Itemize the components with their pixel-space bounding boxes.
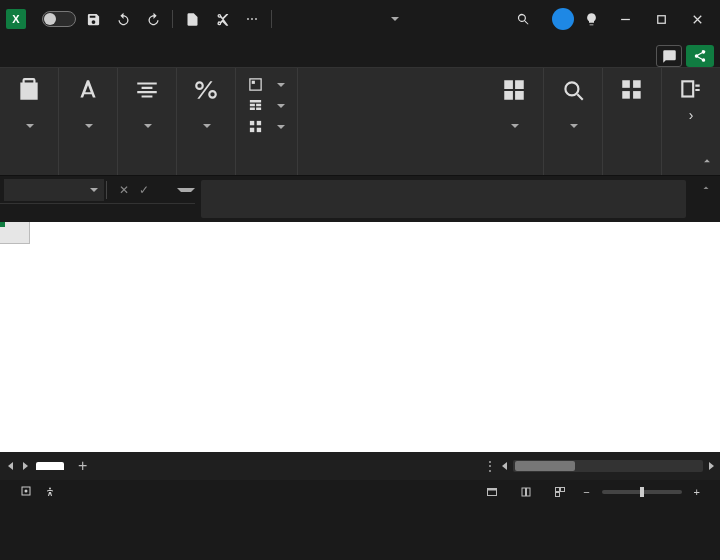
page-break-view-icon[interactable] <box>549 484 571 500</box>
enter-formula-icon[interactable]: ✓ <box>135 183 153 197</box>
minimize-button[interactable] <box>608 6 642 32</box>
styles-group <box>236 68 298 175</box>
overflow-icon <box>676 76 706 104</box>
sheet-tab-active[interactable] <box>36 462 64 470</box>
sheet-tab-bar: + ⋮ <box>0 452 720 480</box>
alignment-button[interactable] <box>128 74 166 134</box>
svg-rect-5 <box>257 121 261 125</box>
horizontal-scrollbar[interactable] <box>513 460 703 472</box>
styles-group-label <box>246 137 287 151</box>
qa-export-icon[interactable] <box>179 6 205 32</box>
share-button[interactable] <box>686 45 714 67</box>
zoom-out-button[interactable]: − <box>583 486 589 498</box>
svg-rect-23 <box>556 493 560 497</box>
autosave-toggle[interactable] <box>42 11 76 27</box>
macro-record-icon[interactable] <box>20 485 32 499</box>
svg-point-16 <box>49 488 51 490</box>
zoom-in-button[interactable]: + <box>694 486 700 498</box>
chevron-down-icon[interactable] <box>177 188 195 196</box>
svg-rect-18 <box>488 489 497 491</box>
scroll-left-icon[interactable] <box>502 462 507 470</box>
addins-button[interactable] <box>613 74 651 110</box>
more-qat-icon[interactable]: ⋯ <box>239 6 265 32</box>
font-button[interactable] <box>69 74 107 134</box>
sheet-options-icon[interactable]: ⋮ <box>484 459 496 473</box>
format-as-table-button[interactable] <box>246 95 287 116</box>
svg-rect-2 <box>250 79 261 90</box>
scroll-right-icon[interactable] <box>709 462 714 470</box>
accessibility-status[interactable] <box>44 486 60 498</box>
svg-rect-3 <box>252 81 255 84</box>
svg-rect-13 <box>682 81 693 96</box>
svg-rect-4 <box>250 121 254 125</box>
redo-icon[interactable] <box>140 6 166 32</box>
ribbon-overflow-button[interactable]: › <box>672 74 710 125</box>
sheet-nav-prev[interactable] <box>6 459 15 473</box>
cells-button[interactable] <box>495 74 533 134</box>
save-icon[interactable] <box>80 6 106 32</box>
svg-rect-10 <box>633 80 641 88</box>
name-box[interactable] <box>4 179 104 201</box>
clipboard-button[interactable] <box>10 74 48 134</box>
user-avatar[interactable] <box>552 8 574 30</box>
ribbon: › <box>0 68 720 176</box>
addins-icon <box>617 76 647 104</box>
svg-rect-21 <box>556 488 560 492</box>
chevron-down-icon[interactable] <box>90 188 98 196</box>
svg-point-8 <box>565 82 578 95</box>
svg-rect-12 <box>633 91 641 99</box>
collapse-ribbon-icon[interactable] <box>700 154 714 171</box>
number-button[interactable] <box>187 74 225 134</box>
svg-rect-7 <box>257 128 261 132</box>
editing-icon <box>558 76 588 104</box>
conditional-formatting-button[interactable] <box>246 74 287 95</box>
zoom-slider[interactable] <box>602 490 682 494</box>
add-sheet-button[interactable]: + <box>70 457 95 475</box>
svg-rect-6 <box>250 128 254 132</box>
svg-rect-1 <box>657 15 665 23</box>
spreadsheet-grid[interactable] <box>0 222 720 452</box>
number-icon <box>191 76 221 104</box>
svg-rect-9 <box>622 80 630 88</box>
autosave-control[interactable] <box>36 11 76 27</box>
clipboard-icon <box>14 76 44 104</box>
chevron-down-icon[interactable] <box>391 17 399 25</box>
comments-icon[interactable] <box>656 45 682 67</box>
lightbulb-icon[interactable] <box>578 6 604 32</box>
editing-button[interactable] <box>554 74 592 134</box>
normal-view-icon[interactable] <box>481 484 503 500</box>
svg-rect-20 <box>527 488 531 496</box>
cancel-formula-icon[interactable]: ✕ <box>115 183 133 197</box>
title-bar: X ⋯ <box>0 0 720 38</box>
formula-bar-area: ✕ ✓ <box>0 176 720 222</box>
page-layout-view-icon[interactable] <box>515 484 537 500</box>
font-icon <box>73 76 103 104</box>
maximize-button[interactable] <box>644 6 678 32</box>
ribbon-tabs <box>0 38 720 68</box>
undo-icon[interactable] <box>110 6 136 32</box>
svg-rect-19 <box>522 488 526 496</box>
sheet-nav-next[interactable] <box>21 459 30 473</box>
search-icon[interactable] <box>510 6 536 32</box>
status-bar: − + <box>0 480 720 504</box>
svg-point-15 <box>25 490 28 493</box>
expand-formula-bar-icon[interactable] <box>692 176 720 203</box>
close-button[interactable] <box>680 6 714 32</box>
excel-icon: X <box>6 9 26 29</box>
select-all-corner[interactable] <box>0 222 30 244</box>
svg-rect-22 <box>561 488 565 492</box>
svg-rect-0 <box>621 18 630 19</box>
cut-icon[interactable] <box>209 6 235 32</box>
alignment-icon <box>132 76 162 104</box>
cell-styles-button[interactable] <box>246 116 287 137</box>
cells-icon <box>499 76 529 104</box>
svg-rect-11 <box>622 91 630 99</box>
formula-bar[interactable] <box>201 180 686 218</box>
